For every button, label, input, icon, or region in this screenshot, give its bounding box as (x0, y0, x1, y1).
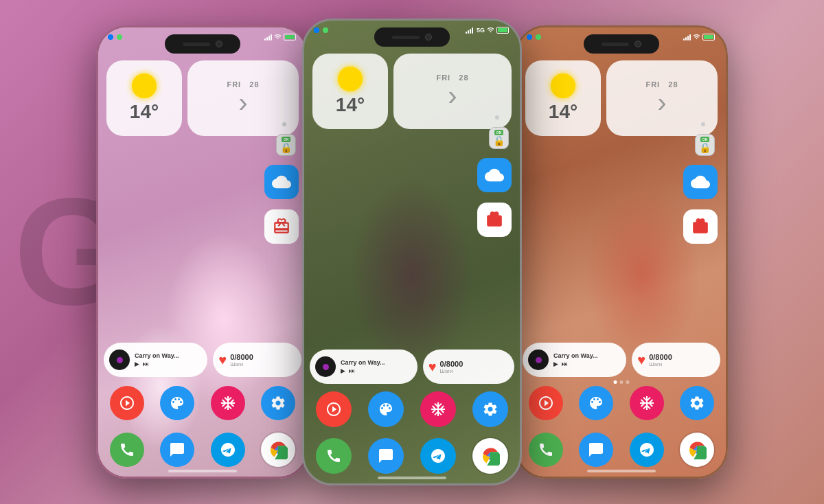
apps-grid-center (310, 391, 514, 427)
settings-center[interactable] (466, 391, 514, 427)
music-player-left[interactable]: Carry on Way... ▶ ⏭ (104, 343, 207, 377)
messages-icon-left (169, 442, 185, 458)
cbar4 (472, 27, 473, 34)
next-icon-left[interactable]: ⏭ (143, 360, 149, 367)
battery-left (284, 34, 296, 41)
signal-left (264, 34, 272, 41)
play-center[interactable]: ▶ (341, 367, 345, 374)
phone-left: 14° FRI 28 › ON 🔒 (96, 25, 309, 479)
cloud-app-right[interactable] (683, 165, 718, 199)
play-right[interactable]: ▶ (553, 360, 558, 367)
steps-label-center: Шаги (440, 368, 464, 374)
cloud-app-center[interactable] (477, 158, 512, 192)
msg-dock-right[interactable] (573, 433, 620, 467)
telegram-dock-left[interactable] (205, 433, 251, 467)
weather-widget-right[interactable]: 14° (525, 60, 601, 136)
sun-right (551, 73, 575, 98)
music-album-right (528, 350, 549, 370)
toolbox-app-left[interactable] (264, 209, 299, 244)
lock-on-right: ON (700, 137, 710, 142)
steps-count-center: 0/8000 (440, 360, 464, 368)
music-album-center (315, 356, 336, 377)
lock-on-left: ON (282, 137, 291, 142)
weather-widget-left[interactable]: 14° (106, 60, 182, 136)
heart-icon-left: ♥ (218, 352, 227, 368)
lock-badge-right: ON 🔒 (695, 134, 715, 156)
temp-center: 14° (336, 94, 365, 116)
next-right[interactable]: ⏭ (562, 360, 568, 367)
palette-center[interactable] (362, 391, 410, 427)
yt-icon-c (325, 401, 342, 417)
msg-dock-center[interactable] (362, 438, 410, 474)
music-player-center[interactable]: Carry on Way... ▶ ⏭ (310, 350, 417, 384)
toolbox-app-center[interactable] (477, 203, 512, 237)
next-center[interactable]: ⏭ (349, 367, 355, 374)
set-icon-c (482, 401, 499, 417)
snowflake-right[interactable] (623, 386, 670, 420)
cbar2 (468, 30, 469, 34)
youtube-center[interactable] (310, 391, 358, 427)
phone-dock-left[interactable] (104, 433, 150, 467)
weather-widget-center[interactable]: 14° (312, 54, 388, 129)
music-album-left (109, 350, 130, 370)
dot-2 (626, 380, 630, 384)
settings-app-left[interactable] (255, 386, 302, 420)
bar1 (264, 38, 266, 41)
wifi-icon-left (274, 33, 282, 41)
tg-dock-center[interactable] (414, 438, 462, 474)
cloud-app-left[interactable] (264, 165, 299, 199)
chrome-dock-left[interactable] (255, 433, 302, 467)
cbar3 (470, 29, 471, 34)
rbar4 (689, 34, 691, 41)
tg-dock-right[interactable] (623, 433, 670, 467)
bar4 (271, 34, 272, 41)
palette-app-left[interactable] (154, 386, 201, 420)
play-icon-left[interactable]: ▶ (135, 360, 139, 367)
messages-dock-left[interactable] (154, 433, 201, 467)
music-info-right: Carry on Way... ▶ ⏭ (553, 352, 621, 367)
ph-icon-c (325, 448, 342, 464)
calendar-widget-left[interactable]: FRI 28 › (187, 60, 299, 136)
music-widget-center: Carry on Way... ▶ ⏭ ♥ 0/8000 Шаги (310, 350, 514, 384)
dock-center (310, 438, 514, 474)
carrier-5g: 5G (477, 27, 485, 34)
youtube-right[interactable] (523, 386, 569, 420)
music-player-right[interactable]: Carry on Way... ▶ ⏭ (523, 343, 626, 377)
temp-right: 14° (549, 101, 577, 123)
battery-fill-center (498, 28, 507, 32)
palette-right[interactable] (573, 386, 620, 420)
chrome-icon-left (268, 440, 288, 459)
music-widget-right: Carry on Way... ▶ ⏭ ♥ 0/8000 Шаги (523, 343, 720, 377)
cal-dot-left (282, 122, 286, 126)
calendar-widget-center[interactable]: FRI 28 › (393, 54, 512, 129)
heart-right: ♥ (637, 352, 645, 368)
heart-center: ♥ (428, 359, 437, 375)
battery-fill-right (704, 35, 713, 39)
steps-label-left: Шаги (230, 361, 253, 367)
calendar-widget-right[interactable]: FRI 28 › (606, 60, 718, 136)
chrome-dock-right[interactable] (674, 433, 721, 467)
phone-dock-right[interactable] (523, 433, 569, 467)
settings-right[interactable] (674, 386, 721, 420)
music-title-left: Carry on Way... (135, 352, 202, 359)
youtube-app-left[interactable] (104, 386, 150, 420)
bar2 (266, 37, 268, 41)
steps-widget-right[interactable]: ♥ 0/8000 Шаги (632, 343, 720, 377)
cal-dot-center (495, 115, 499, 119)
snowflake-center[interactable] (414, 391, 462, 427)
apps-grid-right (523, 386, 720, 420)
steps-widget-left[interactable]: ♥ 0/8000 Шаги (213, 343, 301, 377)
snowflake-app-left[interactable] (205, 386, 251, 420)
chrome-dock-center[interactable] (466, 438, 514, 474)
widgets-row-right: 14° FRI 28 › (525, 60, 718, 136)
sun-icon-left (132, 73, 157, 98)
music-controls-left: ▶ ⏭ (135, 360, 202, 367)
cloud-icon-left (272, 172, 291, 192)
pal-icon-r (588, 395, 604, 411)
steps-widget-center[interactable]: ♥ 0/8000 Шаги (423, 350, 514, 384)
page-dots-right (614, 380, 630, 384)
toolbox-app-right[interactable] (683, 209, 718, 244)
battery-fill-left (285, 35, 295, 39)
phone-dock-center[interactable] (310, 438, 358, 474)
phone-center: 5G 14° FRI 28 › (302, 19, 522, 485)
